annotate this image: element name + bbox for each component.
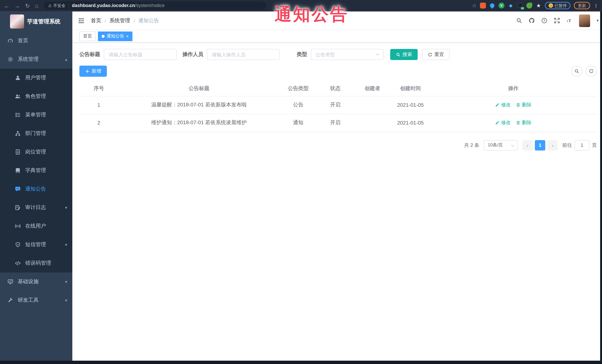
delete-button-label: 删除	[522, 102, 532, 108]
security-warning[interactable]: ⚠ 不安全	[48, 3, 65, 8]
ext-pin-icon[interactable]	[489, 3, 495, 9]
total-count: 共 2 条	[464, 142, 479, 148]
trash-icon	[516, 103, 520, 107]
reset-button-label: 重置	[434, 51, 444, 58]
browser-update-button[interactable]: 更新	[574, 2, 590, 9]
column-header-创建者: 创建者	[354, 81, 391, 96]
delete-button[interactable]: 删除	[516, 102, 532, 108]
sidebar-item-首页[interactable]: 首页	[0, 31, 72, 50]
page-number-1[interactable]: 1	[535, 140, 545, 150]
sidebar-item-label: 首页	[18, 37, 28, 44]
user-avatar[interactable]	[579, 14, 590, 27]
avatar-caret-icon[interactable]: ▾	[597, 18, 599, 23]
sidebar-item-label: 岗位管理	[25, 149, 46, 155]
sidebar-item-基础设施[interactable]: 基础设施▾	[0, 272, 72, 291]
breadcrumb-item[interactable]: 系统管理	[109, 17, 130, 24]
sidebar-item-用户管理[interactable]: 用户管理	[0, 69, 72, 87]
refresh-table-button[interactable]	[586, 66, 597, 77]
search-button[interactable]: 搜索	[390, 49, 418, 60]
tab-通知公告[interactable]: 通知公告×	[98, 31, 132, 41]
caret-down-icon: ▾	[65, 205, 67, 210]
profile-paused-badge[interactable]: ☺ 已暂停	[545, 2, 570, 9]
tags-view-bar: 首页通知公告×	[72, 30, 602, 43]
type-select	[311, 49, 384, 60]
pencil-icon	[495, 120, 500, 125]
prev-page-button[interactable]: ‹	[522, 140, 533, 150]
ext-gem-icon[interactable]: ◆	[508, 3, 514, 9]
column-header-状态: 状态	[317, 81, 354, 96]
ext-ghost-icon[interactable]: ★	[536, 3, 542, 9]
ext-orange-icon[interactable]	[480, 3, 486, 9]
sidebar-item-研发工具[interactable]: 研发工具▾	[0, 291, 72, 310]
sidebar-item-字典管理[interactable]: 字典管理	[0, 161, 72, 180]
delete-button-label: 删除	[522, 119, 532, 126]
fullscreen-icon[interactable]	[554, 17, 560, 24]
sidebar-item-短信管理[interactable]: 短信管理▾	[0, 235, 72, 254]
edit-button[interactable]: 修改	[495, 119, 511, 126]
page-size-select[interactable]: 10条/页	[484, 140, 518, 150]
url-text: dashboard.yudao.iocoder.cn/system/notice	[72, 3, 165, 8]
main-area: 首页/系统管理/通知公告 ? TT ▾ 首页通知公告× 公告标题	[72, 11, 602, 361]
breadcrumb-item[interactable]: 首页	[91, 17, 101, 24]
ext-leaf-icon[interactable]	[526, 3, 532, 9]
log-icon	[15, 205, 21, 210]
search-icon[interactable]	[516, 17, 522, 24]
edit-button[interactable]: 修改	[495, 102, 511, 108]
gear-icon	[7, 56, 13, 62]
smiley-emoji-icon: ☺	[548, 3, 553, 8]
operator-field	[207, 49, 280, 60]
sidebar-item-部门管理[interactable]: 部门管理	[0, 124, 72, 143]
forward-icon[interactable]: →	[14, 3, 20, 8]
type-select-input[interactable]	[311, 49, 384, 60]
sidebar-item-岗位管理[interactable]: 岗位管理	[0, 143, 72, 161]
caret-down-icon: ▾	[65, 279, 67, 284]
reload-icon[interactable]: ↻	[25, 3, 30, 8]
window-bottom-edge	[0, 361, 602, 364]
page-unit-label: 页	[592, 142, 597, 148]
goto-page-input[interactable]	[575, 140, 589, 150]
sidebar-item-系统管理[interactable]: 系统管理▴	[0, 50, 72, 69]
bookmark-star-icon[interactable]: ☆	[472, 3, 477, 9]
address-bar[interactable]: ⚠ 不安全 | dashboard.yudao.iocoder.cn/syste…	[43, 1, 266, 10]
font-size-icon[interactable]: TT	[567, 17, 573, 24]
sidebar-item-在线用户[interactable]: 在线用户	[0, 217, 72, 235]
user-icon	[15, 75, 21, 81]
window-right-edge	[600, 11, 602, 364]
on-badge: on	[521, 7, 524, 10]
breadcrumb: 首页/系统管理/通知公告	[91, 17, 159, 24]
reset-button[interactable]: 重置	[422, 49, 450, 60]
caret-down-icon: ▾	[65, 298, 67, 303]
ext-onbadge-icon[interactable]: on	[517, 3, 523, 9]
back-icon[interactable]: ←	[4, 3, 9, 8]
sidebar-item-角色管理[interactable]: 角色管理	[0, 87, 72, 106]
sidebar-item-label: 菜单管理	[25, 112, 46, 118]
sidebar-item-审计日志[interactable]: 审计日志▾	[0, 198, 72, 217]
page-content: 公告标题 操作人员 类型 搜索	[72, 43, 602, 361]
column-header-公告类型: 公告类型	[280, 81, 317, 96]
sidebar-item-label: 字典管理	[25, 167, 46, 174]
tab-首页[interactable]: 首页	[79, 31, 96, 41]
home-icon[interactable]: ⌂	[35, 3, 38, 8]
ext-green-icon[interactable]: V	[498, 3, 505, 9]
add-button[interactable]: 新增	[79, 66, 107, 77]
browser-menu-icon[interactable]: ⋮	[593, 3, 598, 8]
operator-input[interactable]	[207, 49, 280, 60]
hamburger-icon[interactable]	[77, 17, 85, 24]
extensions-area: ☆V◆on★ ☺ 已暂停 更新 ⋮	[472, 2, 598, 9]
svg-text:T: T	[569, 18, 571, 23]
notice-title-input[interactable]	[104, 49, 177, 60]
next-page-button[interactable]: ›	[548, 140, 558, 150]
badge-icon	[15, 149, 21, 155]
plus-icon	[85, 69, 90, 73]
app-logo[interactable]: 芋道管理系统	[0, 11, 72, 31]
sidebar-item-菜单管理[interactable]: 菜单管理	[0, 106, 72, 124]
sidebar-item-通知公告[interactable]: 通知公告	[0, 180, 72, 198]
help-icon[interactable]: ?	[541, 17, 548, 24]
sidebar-item-错误码管理[interactable]: 错误码管理	[0, 254, 72, 272]
close-icon[interactable]: ×	[126, 34, 129, 38]
github-icon[interactable]	[529, 17, 535, 24]
cell-creator	[354, 96, 391, 114]
delete-button[interactable]: 删除	[516, 119, 532, 126]
cell-title: 维护通知：2018-07-01 若依系统凌晨维护	[118, 114, 280, 132]
toggle-search-button[interactable]	[571, 66, 582, 77]
